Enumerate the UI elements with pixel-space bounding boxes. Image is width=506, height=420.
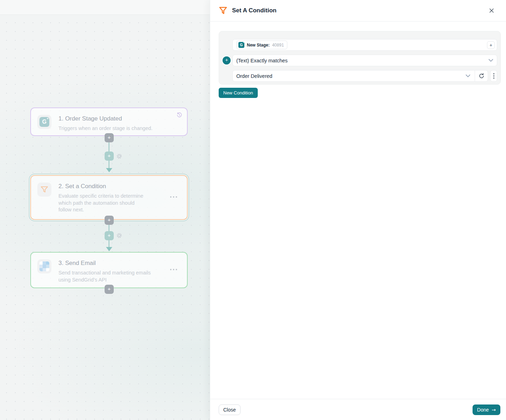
workflow-node-set-a-condition[interactable]: 2. Set a Condition Evaluate specific cri… [30, 175, 188, 220]
node-menu-button[interactable] [170, 196, 177, 198]
node-title: 2. Set a Condition [58, 183, 181, 190]
canvas-topbar [0, 0, 210, 15]
workflow-canvas: G✦ 1. Order Stage Updated Triggers when … [0, 0, 210, 420]
insert-step-button[interactable]: + [105, 216, 114, 225]
panel-footer: Close Done → [210, 399, 506, 420]
insert-step-button[interactable]: + [105, 133, 114, 142]
add-field-button[interactable]: + [487, 41, 495, 49]
condition-group-card: G✦ New Stage: 40891 + (Text) Exactly mat… [219, 31, 501, 85]
node-text: 3. Send Email Send transactional and mar… [58, 259, 181, 281]
sparkle-icon: ✦ [243, 42, 244, 43]
panel-header: Set A Condition [210, 0, 506, 21]
done-button[interactable]: Done → [473, 404, 500, 415]
node-description: Send transactional and marketing emails … [58, 270, 154, 283]
add-condition-row-button[interactable]: + [223, 56, 231, 64]
value-menu-button[interactable] [490, 70, 497, 82]
panel-title: Set A Condition [232, 7, 276, 14]
condition-field-row: G✦ New Stage: 40891 + [232, 39, 497, 51]
g-app-icon: G✦ [39, 117, 49, 127]
node-title: 1. Order Stage Updated [58, 115, 181, 122]
close-icon[interactable] [487, 6, 496, 15]
close-button[interactable]: Close [219, 404, 240, 415]
node-description: Triggers when an order stage is changed. [58, 125, 181, 132]
chevron-down-icon [466, 74, 470, 78]
history-icon[interactable] [176, 112, 182, 118]
refresh-icon[interactable] [475, 70, 488, 81]
value-row: Order Delivered [232, 70, 497, 82]
node-menu-button[interactable] [170, 269, 177, 270]
node-title: 3. Send Email [58, 260, 181, 267]
workflow-node-send-email[interactable]: 3. Send Email Send transactional and mar… [30, 252, 188, 288]
done-label: Done [477, 407, 489, 413]
insert-step-button-teal[interactable]: + [105, 152, 114, 161]
node-icon-box [37, 183, 51, 197]
chip-label: New Stage: [247, 43, 270, 48]
operator-select[interactable]: (Text) Exactly matches [232, 55, 497, 66]
funnel-icon [40, 185, 49, 194]
arrow-right-icon: → [492, 407, 496, 413]
chip-value: 40891 [272, 43, 284, 48]
insert-step-button[interactable]: + [105, 285, 114, 294]
panel-body: G✦ New Stage: 40891 + (Text) Exactly mat… [210, 21, 506, 399]
funnel-icon [219, 6, 227, 15]
node-description: Evaluate specific criteria to determine … [58, 193, 146, 214]
sparkle-icon: ✦ [46, 117, 49, 120]
value-select-value: Order Delivered [236, 73, 466, 79]
node-icon-box [37, 259, 51, 273]
field-chip-new-stage[interactable]: G✦ New Stage: 40891 [236, 41, 287, 49]
condition-editor-panel: Set A Condition G✦ New Stage: 40891 + (T… [210, 0, 506, 420]
arrow-down-icon [106, 168, 112, 172]
gear-icon[interactable] [116, 153, 122, 159]
node-icon-box: G✦ [37, 115, 51, 129]
node-text: 1. Order Stage Updated Triggers when an … [58, 115, 181, 129]
operator-value: (Text) Exactly matches [236, 58, 288, 63]
gear-icon[interactable] [116, 233, 122, 239]
workflow-node-order-stage-updated[interactable]: G✦ 1. Order Stage Updated Triggers when … [30, 107, 188, 136]
value-select[interactable]: Order Delivered [232, 70, 488, 82]
insert-step-button-teal[interactable]: + [105, 231, 114, 240]
arrow-down-icon [106, 247, 112, 251]
sendgrid-icon [39, 261, 49, 271]
chevron-down-icon [488, 59, 493, 62]
node-text: 2. Set a Condition Evaluate specific cri… [58, 183, 181, 212]
g-app-icon: G✦ [238, 42, 244, 48]
automation-builder-app: G✦ 1. Order Stage Updated Triggers when … [0, 0, 506, 420]
new-condition-button[interactable]: New Condition [219, 88, 258, 98]
